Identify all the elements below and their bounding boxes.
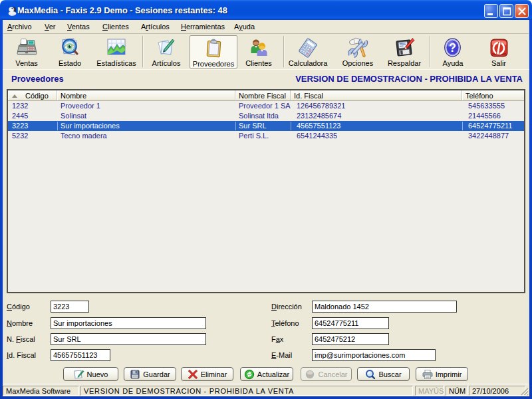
svg-text:?: ? [449, 41, 456, 55]
